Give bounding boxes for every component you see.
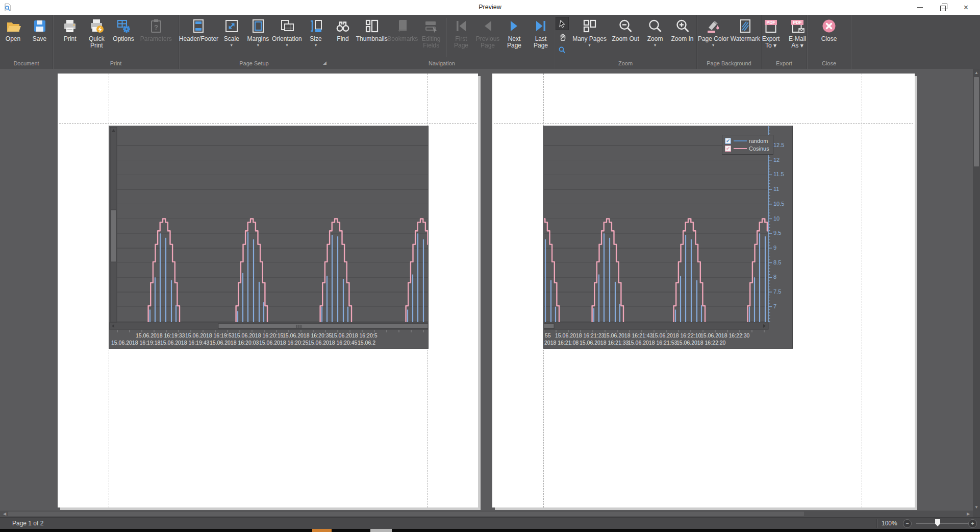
scroll-down-icon[interactable]: ▼ xyxy=(973,503,980,511)
legend-label: random xyxy=(749,138,768,144)
dialog-launcher-icon[interactable]: ◢ xyxy=(322,60,328,66)
x-axis-label: 15.06.2018 16:19:53 xyxy=(185,332,234,338)
legend-label: Cosinus xyxy=(749,146,769,152)
close-preview-button[interactable]: Close xyxy=(816,17,842,42)
watermark-button[interactable]: Watermark xyxy=(730,17,761,42)
ribbon-group-label: Page Background xyxy=(697,58,761,69)
margin-guide-vertical xyxy=(862,74,862,507)
chevron-down-icon: ▾ xyxy=(654,43,656,47)
chevron-down-icon: ▾ xyxy=(712,43,714,47)
margins-button[interactable]: Margins▾ xyxy=(245,17,271,47)
ribbon-group-zoom: Many Pages▾Zoom OutZoom▾Zoom InZoom xyxy=(555,15,697,69)
margins-label: Margins xyxy=(247,36,269,42)
horizontal-scroll-thumb[interactable] xyxy=(8,512,804,516)
size-label: Size xyxy=(310,36,321,42)
scale-button[interactable]: Scale▾ xyxy=(218,17,245,47)
find-button[interactable]: Find xyxy=(330,17,356,42)
bookmarks-label: Bookmarks xyxy=(387,36,418,42)
find-icon xyxy=(335,18,351,34)
next-page-button[interactable]: NextPage xyxy=(501,17,527,49)
x-axis-label: 15.06.2 xyxy=(358,340,375,346)
zoom-decrease-button[interactable]: − xyxy=(903,519,912,528)
x-axis-label: 15.06.2018 16:20:03 xyxy=(210,340,259,346)
print-button[interactable]: Print xyxy=(57,17,83,42)
scroll-up-icon[interactable]: ▲ xyxy=(973,69,980,76)
pdf-email-icon: PDF xyxy=(789,18,806,34)
page-color-button[interactable]: Page Color▾ xyxy=(697,17,730,47)
magnifier-tool-button[interactable] xyxy=(556,43,569,57)
zoom-slider-thumb[interactable] xyxy=(935,519,940,526)
next-page-label: NextPage xyxy=(507,36,521,49)
x-axis-label: 15.06.2018 16:22:10 xyxy=(652,332,701,338)
chevron-down-icon: ▾ xyxy=(257,43,259,47)
chart-legend: ✔random✔Cosinus xyxy=(722,135,773,155)
legend-checkbox-random[interactable]: ✔ xyxy=(725,138,731,144)
scroll-left-icon[interactable]: ◀ xyxy=(1,511,8,517)
parameters-label: Parameters xyxy=(140,36,172,42)
ribbon-group-label: Navigation xyxy=(330,58,554,69)
x-axis-label: 15.06.2018 16:22:30 xyxy=(700,332,749,338)
last-page-button[interactable]: LastPage xyxy=(527,17,554,49)
pointer-tool-button[interactable] xyxy=(556,17,569,30)
ribbon-group-print: PrintQuickPrintOptions?ParametersPrint xyxy=(53,15,179,69)
printer-quick-icon xyxy=(88,18,105,34)
ribbon-group-label: Zoom xyxy=(555,58,696,69)
zoom-increase-button[interactable]: + xyxy=(968,519,977,528)
main-horizontal-scrollbar[interactable]: ◀ ▶ xyxy=(0,511,973,517)
scale-icon xyxy=(223,18,240,34)
options-button[interactable]: Options xyxy=(110,17,137,42)
ribbon-group-label: Close xyxy=(807,58,851,69)
x-axis-label: 15.06.2018 16:20:5 xyxy=(331,332,378,338)
open-label: Open xyxy=(6,36,20,42)
previous-page-label: PreviousPage xyxy=(476,36,500,49)
taskbar-segment xyxy=(312,529,332,532)
ribbon-group-page-background: Page Color▾WatermarkPage Background xyxy=(697,15,762,69)
margin-guide-horizontal xyxy=(494,123,913,124)
chevron-down-icon: ▾ xyxy=(589,43,591,47)
zoom-button[interactable]: Zoom▾ xyxy=(642,17,668,47)
zoom-out-label: Zoom Out xyxy=(612,36,639,42)
zoom-in-button[interactable]: Zoom In xyxy=(668,17,696,42)
email-as-label: E-MailAs ▾ xyxy=(789,36,806,49)
chevron-down-icon: ▾ xyxy=(286,43,288,47)
open-button[interactable]: Open xyxy=(0,17,27,42)
hand-tool-button[interactable] xyxy=(556,30,569,43)
zoom-out-icon xyxy=(617,18,634,34)
zoom-out-button[interactable]: Zoom Out xyxy=(609,17,642,42)
page-color-label: Page Color xyxy=(698,36,728,42)
thumbnails-button[interactable]: Thumbnails xyxy=(356,17,387,42)
orientation-button[interactable]: Orientation▾ xyxy=(271,17,303,47)
legend-checkbox-Cosinus[interactable]: ✔ xyxy=(725,146,731,152)
save-button[interactable]: Save xyxy=(27,17,53,42)
main-vertical-scrollbar[interactable]: ▲ ▼ xyxy=(973,69,980,511)
zoom-tool-stack xyxy=(556,17,569,57)
page-indicator: Page 1 of 2 xyxy=(12,518,43,529)
close-window-button[interactable]: × xyxy=(954,0,977,15)
legend-item-Cosinus: ✔Cosinus xyxy=(725,144,769,152)
scroll-right-icon[interactable]: ▶ xyxy=(965,511,972,517)
svg-text:?: ? xyxy=(154,23,158,31)
preview-window: Preview × OpenSaveDocumentPrintQuickPrin… xyxy=(0,0,980,532)
ribbon-group-label: Export xyxy=(762,58,807,69)
restore-button[interactable] xyxy=(932,0,954,15)
x-axis-label: 2018 16:21:08 xyxy=(544,340,579,346)
x-axis-label: 15.06.2018 16:21:53 xyxy=(628,340,677,346)
zoom-plain-icon xyxy=(647,18,663,34)
zoom-label: Zoom xyxy=(647,36,663,42)
vertical-scroll-thumb[interactable] xyxy=(974,77,979,166)
ribbon-group-document: OpenSaveDocument xyxy=(0,15,53,69)
quick-print-button[interactable]: QuickPrint xyxy=(83,17,110,49)
x-axis-label: 15.06.2018 16:19:33 xyxy=(136,332,185,338)
many-pages-button[interactable]: Many Pages▾ xyxy=(570,17,609,47)
options-icon xyxy=(115,18,132,34)
close-preview-label: Close xyxy=(821,36,837,42)
last-page-label: LastPage xyxy=(534,36,548,49)
header-footer-icon xyxy=(190,18,207,34)
page-2: 12.51211.51110.5109.598.587.575515.06.20… xyxy=(492,74,915,507)
minimize-button[interactable] xyxy=(909,0,932,15)
size-button[interactable]: Size▾ xyxy=(303,17,329,47)
zoom-slider-track[interactable] xyxy=(916,523,972,524)
header-footer-button[interactable]: Header/Footer xyxy=(179,17,218,42)
size-icon xyxy=(308,18,324,34)
export-to-button[interactable]: PDFExportTo ▾ xyxy=(758,17,784,49)
